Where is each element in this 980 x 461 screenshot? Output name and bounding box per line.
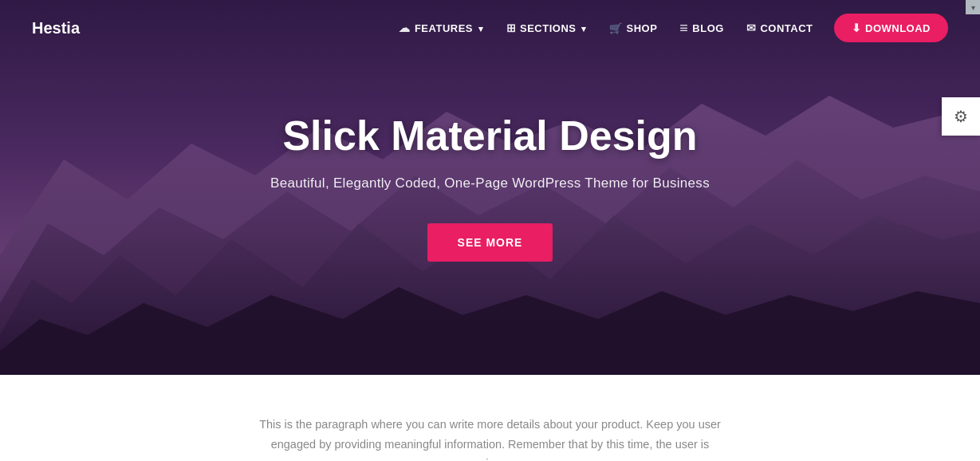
hero-title: Slick Material Design [270, 113, 710, 159]
content-section: This is the paragraph where you can writ… [0, 375, 980, 461]
site-logo[interactable]: Hestia [32, 19, 80, 37]
chevron-down-icon [477, 22, 484, 34]
grid-icon [506, 22, 517, 34]
navbar: Hestia FEATURES SECTIONS SHOP [0, 0, 980, 56]
nav-sections[interactable]: SECTIONS [497, 15, 596, 41]
nav-links: FEATURES SECTIONS SHOP [389, 14, 948, 43]
scrollbar-button[interactable]: ▾ [966, 0, 980, 14]
gear-icon: ⚙ [954, 107, 968, 126]
list-icon [679, 20, 688, 37]
content-paragraph: This is the paragraph where you can writ… [251, 415, 730, 461]
nav-contact[interactable]: CONTACT [737, 15, 823, 41]
cloud-icon [399, 22, 411, 34]
nav-shop[interactable]: SHOP [600, 15, 667, 41]
nav-blog[interactable]: BLOG [670, 14, 734, 43]
chevron-down-icon [580, 22, 587, 34]
hero-subtitle: Beautiful, Elegantly Coded, One-Page Wor… [270, 175, 710, 191]
hero-section: Hestia FEATURES SECTIONS SHOP [0, 0, 980, 375]
download-icon [852, 22, 862, 34]
settings-button[interactable]: ⚙ [942, 97, 980, 136]
email-icon [746, 22, 757, 34]
nav-features[interactable]: FEATURES [389, 15, 493, 41]
download-button[interactable]: DOWNLOAD [834, 14, 949, 42]
hero-content: Slick Material Design Beautiful, Elegant… [270, 113, 710, 261]
see-more-button[interactable]: SEE MORE [427, 223, 553, 262]
cart-icon [609, 22, 623, 34]
